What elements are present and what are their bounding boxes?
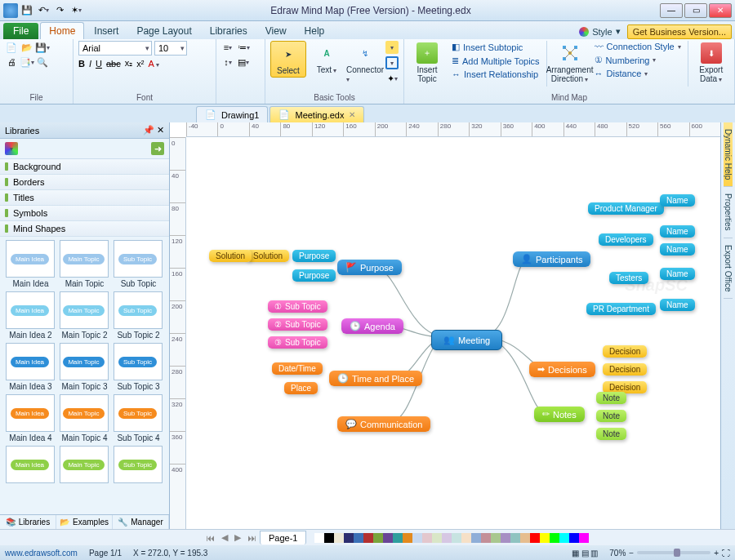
open-icon[interactable]: 📂: [20, 41, 33, 54]
node-decision-2[interactable]: Decision: [603, 363, 647, 376]
view-mode-icons[interactable]: ▦ ▤ ▥: [572, 549, 599, 558]
text-tool[interactable]: A Text: [309, 41, 345, 76]
zoom-out-button[interactable]: −: [629, 549, 634, 558]
qat-undo-icon[interactable]: ↶: [36, 3, 51, 18]
swatch[interactable]: [550, 533, 559, 543]
swatch[interactable]: [471, 533, 481, 543]
new-icon[interactable]: 📄: [5, 41, 18, 54]
font-size-combo[interactable]: 10: [154, 41, 187, 56]
app-icon[interactable]: [3, 3, 18, 18]
select-tool[interactable]: ➤ Select: [270, 41, 306, 78]
page-nav-first[interactable]: ⏮: [203, 533, 218, 543]
strike-button[interactable]: abc: [106, 59, 121, 69]
numbering-button[interactable]: ①Numbering: [593, 54, 683, 66]
align-icon[interactable]: ≡: [221, 41, 234, 54]
canvas[interactable]: SnapSC 👥Meeting 🚩Purpose Purpose Purpose…: [186, 137, 720, 529]
node-name-5[interactable]: Name: [660, 299, 695, 311]
tab-help[interactable]: Help: [296, 23, 333, 39]
swatch[interactable]: [540, 533, 550, 543]
lib-category[interactable]: Symbols: [0, 206, 169, 221]
foot-examples[interactable]: 📂Examples: [56, 515, 113, 529]
panel-export-office[interactable]: Export Office: [724, 238, 733, 300]
indent-icon[interactable]: ▤: [237, 56, 250, 69]
swatch[interactable]: [510, 533, 520, 543]
close-icon[interactable]: ✕: [349, 110, 355, 119]
lib-category[interactable]: Borders: [0, 175, 169, 190]
shape-cell[interactable]: Sub TopicSub Topic 4: [114, 394, 164, 442]
save-icon[interactable]: 💾: [36, 41, 49, 54]
swatch[interactable]: [442, 533, 452, 543]
node-purpose-2[interactable]: Purpose: [292, 269, 336, 282]
node-decisions[interactable]: ➡Decisions: [529, 362, 595, 377]
node-solution-parent[interactable]: Solution: [247, 250, 289, 262]
foot-manager[interactable]: 🔧Manager: [113, 515, 169, 529]
node-note-1[interactable]: Note: [596, 392, 626, 404]
maximize-button[interactable]: ▭: [684, 3, 707, 18]
get-business-button[interactable]: Get Business Version...: [627, 24, 732, 39]
node-sub2[interactable]: ②Sub Topic: [268, 318, 327, 331]
insert-topic-button[interactable]: ＋ Insert Topic: [409, 41, 445, 85]
node-datetime[interactable]: Date/Time: [272, 362, 323, 375]
connector-tool[interactable]: ↯ Connector: [347, 41, 383, 85]
swatch[interactable]: [383, 533, 393, 543]
swatch[interactable]: [432, 533, 442, 543]
font-family-combo[interactable]: Arial: [78, 41, 152, 56]
node-pr[interactable]: PR Department: [586, 303, 656, 315]
zoom-control[interactable]: 70% − + ⛶: [609, 549, 730, 558]
underline-button[interactable]: U: [96, 59, 102, 69]
node-notes[interactable]: ✏Notes: [534, 407, 585, 422]
node-test[interactable]: Testers: [609, 272, 648, 284]
page-nav-prev[interactable]: ◀: [218, 532, 231, 543]
zoom-slider[interactable]: [637, 551, 710, 554]
foot-libraries[interactable]: 📚Libraries: [0, 515, 56, 529]
swatch[interactable]: [412, 533, 422, 543]
zoom-in-button[interactable]: +: [714, 549, 719, 558]
node-agenda[interactable]: 🕒Agenda: [341, 318, 403, 334]
shape-cell[interactable]: Main TopicMain Topic 4: [60, 394, 110, 442]
zoom-fit-button[interactable]: ⛶: [722, 549, 730, 558]
find-icon[interactable]: 🔍: [36, 56, 49, 69]
arrangement-button[interactable]: Arrangement Direction: [552, 41, 588, 85]
swatch[interactable]: [373, 533, 383, 543]
shape-cell[interactable]: Main Topic: [60, 446, 110, 485]
close-button[interactable]: ✕: [709, 3, 732, 18]
shape-cell[interactable]: Main IdeaMain Idea: [6, 240, 56, 288]
page-nav-next[interactable]: ▶: [231, 532, 244, 543]
node-name-4[interactable]: Name: [660, 268, 695, 280]
page-nav-last[interactable]: ⏭: [244, 533, 260, 543]
shape-cell[interactable]: Main IdeaMain Idea 4: [6, 394, 56, 442]
minimize-button[interactable]: —: [660, 3, 683, 18]
node-note-2[interactable]: Note: [596, 410, 626, 422]
connection-style-button[interactable]: 〰Connection Style: [593, 41, 683, 52]
shape-outline-icon[interactable]: [385, 56, 399, 69]
shape-cell[interactable]: Main TopicMain Topic 3: [60, 343, 110, 391]
swatch[interactable]: [324, 533, 334, 543]
swatch[interactable]: [481, 533, 491, 543]
shape-cell[interactable]: Sub Topic: [114, 446, 164, 485]
distance-button[interactable]: ↔Distance: [593, 68, 683, 79]
tab-page-layout[interactable]: Page Layout: [128, 23, 199, 39]
qat-more-icon[interactable]: ✶: [69, 3, 83, 18]
shape-cell[interactable]: Main IdeaMain Idea 3: [6, 343, 56, 391]
tab-insert[interactable]: Insert: [86, 23, 127, 39]
superscript-button[interactable]: x²: [136, 59, 144, 69]
swatch[interactable]: [363, 533, 373, 543]
node-dev[interactable]: Developers: [599, 233, 653, 246]
status-url[interactable]: www.edrawsoft.com: [5, 549, 78, 558]
node-name-3[interactable]: Name: [660, 243, 695, 256]
swatch[interactable]: [559, 533, 569, 543]
lib-category[interactable]: Titles: [0, 190, 169, 206]
node-communication[interactable]: 💬Communication: [337, 416, 430, 432]
recent-icon[interactable]: 📑: [20, 56, 33, 69]
pin-icon[interactable]: 📌 ✕: [143, 125, 164, 136]
subscript-button[interactable]: x₂: [125, 58, 133, 69]
node-sub1[interactable]: ①Sub Topic: [268, 300, 327, 313]
node-solution-child[interactable]: Solution: [209, 250, 252, 262]
add-multiple-button[interactable]: ≣Add Multiple Topics: [450, 55, 541, 67]
bold-button[interactable]: B: [78, 59, 85, 69]
node-meeting[interactable]: 👥Meeting: [431, 330, 502, 350]
swatch[interactable]: [354, 533, 363, 543]
node-pm[interactable]: Product Manager: [588, 202, 664, 215]
style-button[interactable]: Style ▾: [574, 24, 625, 39]
tab-view[interactable]: View: [257, 23, 295, 39]
